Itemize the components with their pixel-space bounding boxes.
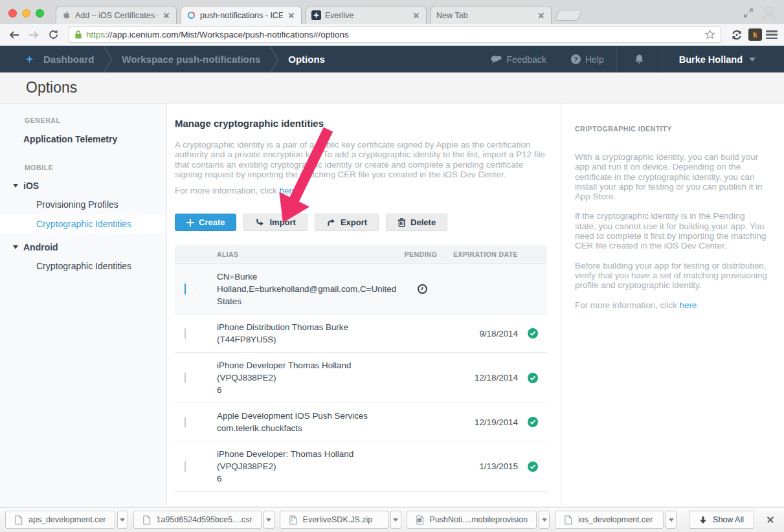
download-everlive-sdk-zip[interactable]: EverliveSDK.JS.zip (280, 511, 388, 529)
address-bar[interactable]: https://app.icenium.com/Mist/Workspace/p… (69, 27, 721, 43)
row-checkbox[interactable] (185, 461, 186, 472)
identities-table: ALIAS PENDING EXPIRATION DATE CN=Burke H… (175, 245, 547, 492)
section-title: Manage cryptographic identities (175, 118, 547, 129)
download-filename: ios_development.cer (578, 515, 653, 524)
pending-clock-icon (417, 283, 428, 294)
row-checkbox[interactable] (185, 283, 186, 294)
breadcrumb-workspace[interactable]: Workspace push-notifications (122, 54, 260, 65)
tab-close-icon[interactable] (537, 11, 546, 20)
profile-icon[interactable] (760, 4, 778, 22)
help-link[interactable]: ? Help (559, 46, 616, 72)
extension-sync-icon[interactable] (729, 27, 745, 43)
user-menu[interactable]: Burke Holland (662, 46, 784, 72)
tab-new-tab[interactable]: New Tab (431, 6, 552, 24)
sidebar-item-provisioning-profiles[interactable]: Provisioning Profiles (36, 199, 166, 210)
sidebar-item-cryptographic-identities-ios[interactable]: Cryptographic Identities (0, 215, 166, 233)
reload-icon[interactable] (45, 27, 61, 43)
section-description: A cryptographic identity is a pair of a … (175, 140, 547, 179)
icenium-icon (186, 10, 196, 20)
tab-ios-certificates[interactable]: Add – iOS Certificates – Ap (56, 6, 177, 24)
help-panel: CRIPTOGRAPHIC IDENTITY With a cryptograp… (561, 104, 784, 506)
minimize-window-button[interactable] (22, 9, 30, 17)
tab-strip: Add – iOS Certificates – Ap push-notific… (0, 0, 784, 24)
sidebar: GENERAL Application Telemetry MOBILE iOS… (0, 104, 167, 506)
valid-check-icon (528, 328, 538, 338)
url-scheme: https (86, 30, 105, 39)
expiration-date: 9/18/2014 (447, 329, 518, 338)
download-mobileprovision[interactable]: PushNoti....mobileprovision (407, 511, 537, 529)
download-ios-development-cer[interactable]: ios_development.cer (555, 511, 664, 529)
import-arrow-icon (255, 217, 265, 227)
app-navbar: Dashboard Workspace push-notifications O… (0, 46, 784, 72)
more-info-link[interactable]: here (279, 186, 297, 195)
back-icon[interactable] (6, 27, 22, 43)
download-menu-caret[interactable] (117, 511, 128, 529)
download-item: EverliveSDK.JS.zip (280, 511, 401, 529)
download-filename: PushNoti....mobileprovision (430, 515, 528, 524)
window-controls (8, 9, 44, 17)
feedback-link[interactable]: Feedback (478, 46, 558, 72)
tab-everlive[interactable]: Everlive (306, 6, 427, 24)
close-window-button[interactable] (8, 9, 17, 17)
export-button[interactable]: Export (315, 214, 379, 231)
row-checkbox[interactable] (185, 372, 186, 383)
browser-toolbar: https://app.icenium.com/Mist/Workspace/p… (0, 24, 784, 46)
help-more-info: For more information, click here. (575, 300, 768, 310)
sidebar-item-android[interactable]: Android (13, 242, 166, 252)
tab-title: Add – iOS Certificates – Ap (75, 11, 158, 20)
sidebar-item-application-telemetry[interactable]: Application Telemetry (23, 134, 166, 144)
download-menu-caret[interactable] (539, 511, 550, 529)
file-icon (142, 515, 151, 525)
close-downloads-bar-icon[interactable] (762, 511, 779, 528)
tab-push-notifications[interactable]: push-notifications - ICENIU (181, 6, 302, 24)
more-info-link[interactable]: here (679, 300, 697, 310)
everlive-icon (311, 10, 321, 20)
menu-icon[interactable] (766, 30, 778, 39)
zoom-window-button[interactable] (36, 9, 44, 17)
create-button[interactable]: Create (175, 214, 236, 231)
table-row: iPhone Developer Thomas Holland (VPQJ838… (175, 352, 547, 403)
bookmark-star-icon[interactable] (704, 29, 715, 40)
create-label: Create (199, 217, 225, 227)
download-menu-caret[interactable] (666, 511, 677, 529)
row-checkbox[interactable] (185, 328, 186, 339)
import-button[interactable]: Import (243, 214, 307, 231)
identity-alias: CN=Burke Holland,E=burkeholland@gmail.co… (217, 271, 396, 307)
new-tab-button[interactable] (554, 10, 583, 21)
chevron-down-icon (749, 58, 756, 61)
expiration-date: 12/18/2014 (447, 373, 518, 382)
caret-down-icon (13, 245, 18, 249)
tab-close-icon[interactable] (412, 11, 421, 20)
extension-k-icon[interactable]: k (748, 28, 762, 41)
show-all-label: Show All (713, 515, 744, 524)
download-menu-caret[interactable] (263, 511, 274, 529)
show-all-downloads-button[interactable]: Show All (689, 511, 754, 529)
notifications-bell[interactable] (617, 46, 662, 72)
sidebar-item-ios[interactable]: iOS (13, 181, 166, 191)
download-menu-caret[interactable] (390, 511, 401, 529)
table-header: ALIAS PENDING EXPIRATION DATE (175, 245, 547, 263)
bell-icon (634, 54, 645, 65)
more-info-text: For more information, click here. (175, 186, 547, 195)
download-arrow-icon (699, 516, 707, 524)
tab-title: push-notifications - ICENIU (200, 11, 283, 20)
row-checkbox[interactable] (185, 417, 186, 428)
tab-close-icon[interactable] (287, 11, 296, 20)
expiration-date: 12/19/2014 (447, 417, 518, 427)
expand-icon[interactable] (743, 8, 754, 18)
delete-button[interactable]: Delete (386, 214, 447, 231)
breadcrumb: Dashboard Workspace push-notifications O… (0, 46, 325, 72)
identity-alias: iPhone Distribution Thomas Burke (T44FP8… (217, 321, 395, 346)
breadcrumb-dashboard[interactable]: Dashboard (43, 54, 94, 65)
sidebar-item-cryptographic-identities-android[interactable]: Cryptographic Identities (36, 261, 166, 271)
forward-icon[interactable] (26, 27, 41, 43)
download-csr[interactable]: 1a95d6524d595bce5....csr (133, 511, 262, 529)
expiration-date: 1/13/2015 (447, 461, 518, 471)
tab-title: New Tab (436, 11, 533, 20)
download-item: PushNoti....mobileprovision (407, 511, 550, 529)
downloads-bar: aps_development.cer 1a95d6524d595bce5...… (0, 507, 784, 532)
tab-close-icon[interactable] (162, 11, 171, 20)
caret-down-icon (13, 184, 18, 188)
download-aps-development-cer[interactable]: aps_development.cer (5, 511, 115, 529)
plus-icon (186, 219, 194, 227)
